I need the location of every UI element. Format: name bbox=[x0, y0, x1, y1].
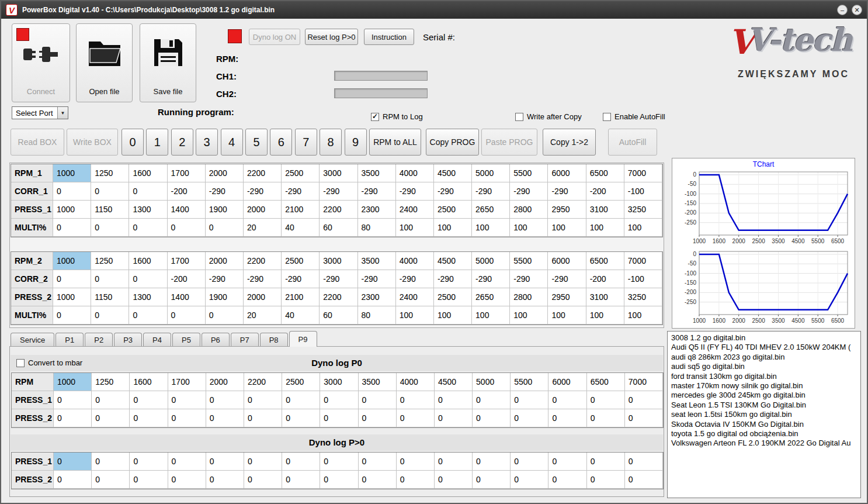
table-cell[interactable]: 100 bbox=[396, 219, 434, 237]
table-cell[interactable]: 4000 bbox=[396, 252, 434, 270]
table-cell[interactable]: 0 bbox=[168, 471, 206, 489]
table-cell[interactable]: 2500 bbox=[282, 252, 320, 270]
table-cell[interactable]: 100 bbox=[510, 219, 548, 237]
table-cell[interactable]: 0 bbox=[91, 306, 129, 325]
table-cell[interactable]: 3250 bbox=[624, 201, 662, 219]
table-cell[interactable]: 0 bbox=[53, 219, 91, 237]
table-cell[interactable]: 3500 bbox=[359, 373, 397, 391]
table-cell[interactable]: 1600 bbox=[129, 164, 167, 182]
table-cell[interactable]: 0 bbox=[320, 453, 358, 471]
tab-p4[interactable]: P4 bbox=[143, 333, 171, 347]
table-cell[interactable]: 6500 bbox=[586, 164, 624, 182]
table-cell[interactable]: 0 bbox=[473, 453, 511, 471]
table-cell[interactable]: 1250 bbox=[92, 373, 130, 391]
table-cell[interactable]: 1900 bbox=[206, 201, 244, 219]
table-cell[interactable]: 0 bbox=[625, 453, 663, 471]
tab-p1[interactable]: P1 bbox=[55, 333, 84, 347]
file-list-item[interactable]: ford transit 130km go digital.bin bbox=[668, 372, 860, 381]
table-cell[interactable]: 0 bbox=[320, 391, 358, 409]
table-cell[interactable]: 1150 bbox=[91, 288, 129, 306]
table-cell[interactable]: 2500 bbox=[434, 288, 472, 306]
table-cell[interactable]: 1000 bbox=[53, 252, 91, 270]
table-cell[interactable]: 6500 bbox=[587, 373, 625, 391]
table-cell[interactable]: 0 bbox=[625, 471, 663, 489]
minimize-button[interactable]: – bbox=[837, 5, 848, 15]
table-cell[interactable]: 0 bbox=[435, 409, 473, 427]
digit-button-5[interactable]: 5 bbox=[245, 129, 268, 156]
table-cell[interactable]: 1700 bbox=[168, 252, 206, 270]
tab-p2[interactable]: P2 bbox=[85, 333, 113, 347]
file-list-item[interactable]: mercedes gle 300d 245km go digital.bin bbox=[668, 391, 860, 400]
table-cell[interactable]: 0 bbox=[320, 409, 358, 427]
table-cell[interactable]: 100 bbox=[434, 219, 472, 237]
convert-to-mbar-option[interactable]: Convert to mbar bbox=[16, 358, 82, 367]
table-cell[interactable]: 0 bbox=[320, 471, 358, 489]
table-cell[interactable]: 0 bbox=[92, 471, 130, 489]
file-list-item[interactable]: Seat Leon 1.5 TSI 130KM Go Digital.bin bbox=[668, 401, 860, 410]
table-cell[interactable]: -290 bbox=[548, 270, 586, 288]
table-cell[interactable]: 3000 bbox=[320, 164, 357, 182]
rpm-to-all-button[interactable]: RPM to ALL bbox=[369, 129, 421, 156]
table-cell[interactable]: 0 bbox=[244, 409, 282, 427]
table-cell[interactable]: 0 bbox=[359, 471, 397, 489]
table-cell[interactable]: 2200 bbox=[244, 373, 282, 391]
open-file-button[interactable]: Open file bbox=[76, 23, 133, 102]
table-cell[interactable]: 0 bbox=[587, 391, 625, 409]
table-cell[interactable]: 5500 bbox=[510, 164, 548, 182]
table-cell[interactable]: -290 bbox=[320, 270, 357, 288]
table-cell[interactable]: 3100 bbox=[586, 288, 624, 306]
table-cell[interactable]: 0 bbox=[282, 471, 320, 489]
table-cell[interactable]: -290 bbox=[282, 182, 320, 201]
table-cell[interactable]: 0 bbox=[206, 409, 244, 427]
table-cell[interactable]: 80 bbox=[358, 219, 396, 237]
table-cell[interactable]: -290 bbox=[396, 182, 434, 201]
table-cell[interactable]: 0 bbox=[625, 391, 663, 409]
table-cell[interactable]: -200 bbox=[586, 270, 624, 288]
table-cell[interactable]: 40 bbox=[282, 306, 320, 325]
table-cell[interactable]: 4000 bbox=[396, 164, 434, 182]
digit-button-0[interactable]: 0 bbox=[121, 129, 144, 156]
table-cell[interactable]: 2200 bbox=[244, 164, 282, 182]
table-cell[interactable]: 1300 bbox=[129, 201, 167, 219]
table-cell[interactable]: 6500 bbox=[586, 252, 624, 270]
table-cell[interactable]: 0 bbox=[206, 306, 244, 325]
table-cell[interactable]: 100 bbox=[434, 306, 472, 325]
table-cell[interactable]: 0 bbox=[206, 453, 244, 471]
write-after-copy-checkbox[interactable] bbox=[515, 113, 523, 121]
table-cell[interactable]: 1700 bbox=[168, 164, 206, 182]
table-cell[interactable]: 0 bbox=[511, 471, 548, 489]
table-cell[interactable]: 6000 bbox=[548, 164, 586, 182]
instruction-button[interactable]: Instruction bbox=[364, 29, 414, 45]
table-cell[interactable]: 2100 bbox=[282, 288, 320, 306]
tab-p6[interactable]: P6 bbox=[202, 333, 230, 347]
table-cell[interactable]: 2200 bbox=[320, 201, 357, 219]
table-cell[interactable]: 2000 bbox=[206, 373, 244, 391]
table-cell[interactable]: 2200 bbox=[320, 288, 357, 306]
table-cell[interactable]: 0 bbox=[92, 391, 130, 409]
table-cell[interactable]: 1400 bbox=[168, 288, 206, 306]
table-cell[interactable]: -100 bbox=[624, 270, 662, 288]
table-cell[interactable]: 4000 bbox=[397, 373, 435, 391]
file-list-item[interactable]: Volkswagen Arteon FL 2.0 190KM 2022 Go D… bbox=[668, 439, 860, 448]
table-cell[interactable]: 0 bbox=[92, 453, 130, 471]
table-cell[interactable]: 1000 bbox=[53, 288, 91, 306]
tab-p3[interactable]: P3 bbox=[114, 333, 142, 347]
close-button[interactable]: ✕ bbox=[852, 5, 862, 15]
table-cell[interactable]: 100 bbox=[548, 219, 586, 237]
table-cell[interactable]: 0 bbox=[548, 391, 586, 409]
digit-button-7[interactable]: 7 bbox=[295, 129, 317, 156]
table-cell[interactable]: 80 bbox=[358, 306, 396, 325]
table-cell[interactable]: 0 bbox=[548, 409, 586, 427]
table-cell[interactable]: 0 bbox=[435, 453, 473, 471]
table-cell[interactable]: 0 bbox=[359, 453, 397, 471]
table-cell[interactable]: 100 bbox=[624, 306, 662, 325]
table-cell[interactable]: 100 bbox=[510, 306, 548, 325]
table-cell[interactable]: 4500 bbox=[434, 252, 472, 270]
table-cell[interactable]: -290 bbox=[320, 182, 357, 201]
table-cell[interactable]: -290 bbox=[358, 182, 396, 201]
table-cell[interactable]: 2100 bbox=[282, 201, 320, 219]
port-select[interactable]: Select Port ▼ bbox=[12, 106, 68, 119]
table-cell[interactable]: 0 bbox=[244, 453, 282, 471]
file-list[interactable]: 3008 1.2 go digital.binAudi Q5 II (FY FL… bbox=[667, 331, 861, 498]
digit-button-4[interactable]: 4 bbox=[221, 129, 243, 156]
